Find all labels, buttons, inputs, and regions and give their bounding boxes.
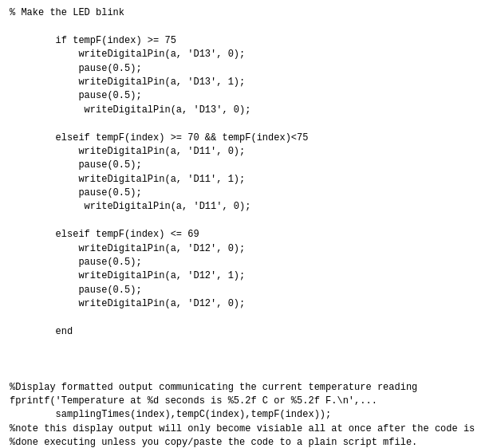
code-editor: % Make the LED blink if tempF(index) >= … — [0, 0, 493, 448]
